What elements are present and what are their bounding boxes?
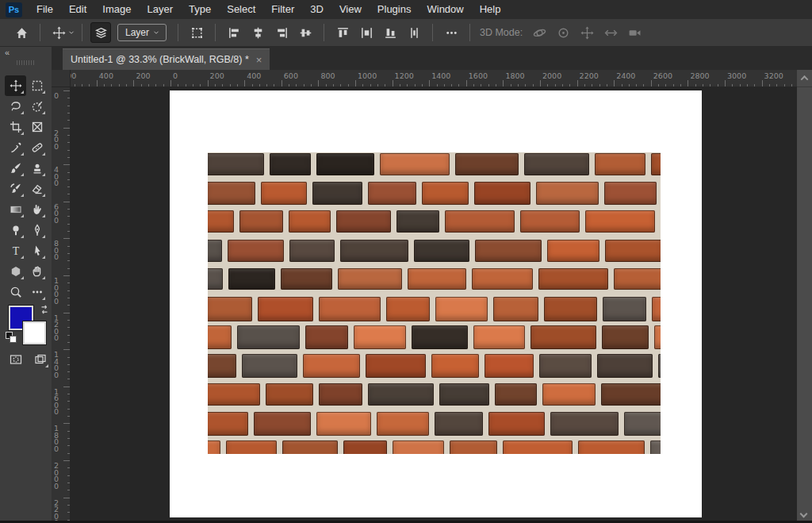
ruler-minor-tick bbox=[67, 142, 70, 143]
chevron-down-icon[interactable] bbox=[67, 25, 75, 40]
ruler-minor-tick bbox=[496, 84, 496, 87]
default-colors-icon[interactable] bbox=[6, 332, 17, 343]
panel-grip-handle[interactable] bbox=[17, 60, 36, 65]
edit-toolbar-button[interactable] bbox=[26, 282, 48, 302]
ruler-major-tick bbox=[725, 80, 726, 87]
history-brush-tool[interactable] bbox=[5, 179, 26, 199]
menu-item-view[interactable]: View bbox=[331, 0, 370, 19]
smudge-tool[interactable] bbox=[26, 199, 48, 220]
v-ruler-label: 400 bbox=[54, 167, 59, 187]
gradient-tool[interactable] bbox=[5, 199, 26, 220]
ruler-minor-tick bbox=[67, 357, 70, 358]
slide-3d-camera-button[interactable] bbox=[600, 22, 621, 43]
h-ruler-label: 2400 bbox=[616, 71, 635, 80]
eraser-tool[interactable] bbox=[26, 179, 48, 199]
path-selection-tool[interactable] bbox=[26, 240, 48, 261]
drag-3d-camera-button[interactable] bbox=[576, 22, 597, 43]
eyedropper-tool[interactable] bbox=[5, 137, 26, 158]
document-tab[interactable]: Untitled-1 @ 33.3% (BrickWall, RGB/8) * … bbox=[63, 48, 270, 70]
horizontal-ruler[interactable]: 6004002000200400600800100012001400160018… bbox=[71, 70, 797, 87]
menu-item-filter[interactable]: Filter bbox=[263, 0, 302, 19]
menu-item-window[interactable]: Window bbox=[419, 0, 471, 19]
quick-mask-mode-button[interactable] bbox=[5, 349, 26, 370]
brick bbox=[503, 440, 573, 454]
object-selection-tool[interactable] bbox=[26, 96, 48, 117]
ruler-minor-tick bbox=[200, 84, 201, 87]
align-horizontal-centers-button[interactable] bbox=[247, 22, 268, 43]
ruler-minor-tick bbox=[155, 84, 156, 87]
document-canvas[interactable] bbox=[170, 90, 702, 517]
ruler-minor-tick bbox=[592, 84, 592, 87]
home-button[interactable] bbox=[11, 22, 32, 43]
layers-icon bbox=[94, 26, 108, 40]
ruler-minor-tick bbox=[732, 84, 733, 87]
brick bbox=[654, 325, 661, 348]
align-right-edges-button[interactable] bbox=[271, 22, 292, 43]
menu-item-image[interactable]: Image bbox=[94, 0, 139, 19]
ruler-minor-tick bbox=[67, 290, 70, 291]
menu-item-help[interactable]: Help bbox=[472, 0, 509, 19]
brick bbox=[208, 240, 222, 262]
menu-item-layer[interactable]: Layer bbox=[140, 0, 182, 19]
vertical-scrollbar[interactable] bbox=[797, 87, 812, 523]
move-tool[interactable] bbox=[5, 75, 26, 96]
ruler-major-tick bbox=[63, 202, 70, 202]
move-3d-camera-button[interactable] bbox=[624, 22, 645, 43]
menu-item-3d[interactable]: 3D bbox=[302, 0, 331, 19]
tool-grid: T bbox=[5, 75, 48, 302]
ruler-minor-tick bbox=[525, 84, 526, 87]
screen-mode-button[interactable] bbox=[29, 349, 51, 370]
brick bbox=[530, 325, 596, 348]
brush-tool[interactable] bbox=[5, 158, 26, 179]
vertical-ruler[interactable]: 0200400600800100012001400160018002000220… bbox=[52, 87, 71, 523]
h-ruler-label: 800 bbox=[320, 71, 335, 80]
close-tab-icon[interactable]: × bbox=[256, 54, 262, 66]
rectangular-marquee-tool[interactable] bbox=[26, 75, 48, 96]
align-left-edges-button[interactable] bbox=[224, 22, 244, 43]
more-options-button[interactable] bbox=[441, 22, 462, 43]
orbit-3d-camera-button[interactable] bbox=[529, 22, 550, 43]
ruler-minor-tick bbox=[377, 84, 378, 87]
background-color-swatch[interactable] bbox=[23, 321, 46, 344]
distribute-vertical-button[interactable] bbox=[404, 22, 424, 43]
auto-select-toggle[interactable] bbox=[90, 22, 111, 43]
auto-select-target-dropdown[interactable]: Layer bbox=[117, 24, 167, 41]
align-bottom-edges-button[interactable] bbox=[380, 22, 400, 43]
pen-tool[interactable] bbox=[26, 220, 48, 240]
menu-item-edit[interactable]: Edit bbox=[61, 0, 94, 19]
brick bbox=[208, 182, 255, 205]
ruler-minor-tick bbox=[67, 320, 70, 321]
align-top-edges-button[interactable] bbox=[332, 22, 353, 43]
spot-healing-brush-tool[interactable] bbox=[26, 137, 48, 158]
zoom-tool[interactable] bbox=[5, 282, 26, 302]
collapse-panel-button[interactable]: « bbox=[5, 48, 10, 57]
tool-preset-move[interactable] bbox=[48, 22, 69, 43]
lasso-tool[interactable] bbox=[5, 96, 26, 117]
ruler-major-tick bbox=[63, 423, 70, 424]
ruler-minor-tick bbox=[89, 84, 90, 87]
type-tool[interactable]: T bbox=[5, 240, 26, 261]
brick bbox=[602, 325, 649, 348]
show-transform-controls-toggle[interactable] bbox=[186, 22, 207, 43]
h-ruler-label: 1400 bbox=[431, 71, 450, 80]
frame-tool[interactable] bbox=[26, 117, 48, 137]
menu-item-file[interactable]: File bbox=[29, 0, 61, 19]
ruler-minor-tick bbox=[67, 445, 70, 446]
swap-colors-icon[interactable] bbox=[39, 304, 50, 318]
distribute-horizontal-button[interactable] bbox=[356, 22, 377, 43]
ruler-minor-tick bbox=[67, 253, 70, 254]
dodge-tool[interactable] bbox=[5, 220, 26, 240]
ruler-minor-tick bbox=[562, 84, 563, 87]
menu-item-plugins[interactable]: Plugins bbox=[370, 0, 419, 19]
shape-tool[interactable] bbox=[5, 261, 26, 282]
roll-3d-camera-button[interactable] bbox=[553, 22, 573, 43]
crop-tool[interactable] bbox=[5, 117, 26, 137]
clone-stamp-tool[interactable] bbox=[26, 158, 48, 179]
menu-item-select[interactable]: Select bbox=[219, 0, 263, 19]
brick bbox=[495, 383, 536, 406]
align-vertical-centers-button[interactable] bbox=[295, 22, 316, 43]
menu-item-type[interactable]: Type bbox=[181, 0, 219, 19]
scrollbar-up-button[interactable] bbox=[797, 70, 812, 87]
rotate-view-tool[interactable] bbox=[26, 261, 48, 282]
brick bbox=[270, 153, 312, 175]
